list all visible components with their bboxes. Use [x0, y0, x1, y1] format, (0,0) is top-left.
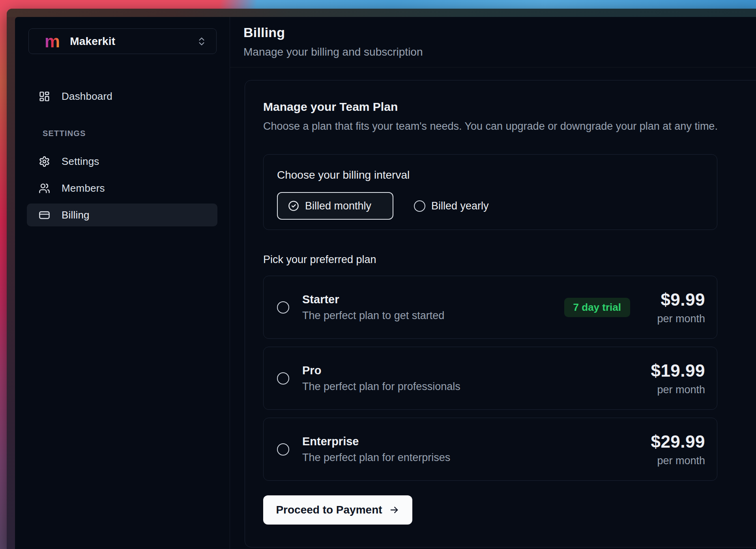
sidebar-item-dashboard[interactable]: Dashboard [27, 85, 217, 108]
trial-badge: 7 day trial [564, 298, 630, 317]
plan-description: The perfect plan to get started [302, 310, 444, 322]
sidebar-item-label: Settings [62, 155, 99, 168]
proceed-to-payment-button[interactable]: Proceed to Payment [263, 495, 412, 525]
workspace-selector[interactable]: m Makerkit [28, 28, 217, 54]
radio-unselected-icon[interactable] [277, 443, 289, 456]
plan-price-block: $29.99 per month [650, 432, 705, 467]
plan-price: $9.99 [650, 290, 705, 310]
plan-card-description: Choose a plan that fits your team's need… [263, 120, 756, 133]
users-icon [39, 183, 50, 194]
plan-text: Starter The perfect plan to get started [302, 293, 444, 322]
radio-unselected-icon [414, 200, 425, 212]
plan-row-starter[interactable]: Starter The perfect plan to get started … [263, 276, 717, 339]
app-root: m Makerkit Dashboard [15, 17, 756, 549]
billed-yearly-label: Billed yearly [431, 200, 489, 212]
sidebar-item-members[interactable]: Members [27, 177, 217, 200]
sidebar-item-billing[interactable]: Billing [27, 204, 217, 226]
plan-name: Starter [302, 293, 444, 306]
plan-name: Enterprise [302, 435, 450, 448]
team-plan-card: Manage your Team Plan Choose a plan that… [245, 80, 756, 547]
credit-card-icon [39, 209, 50, 221]
plan-description: The perfect plan for professionals [302, 381, 460, 393]
sidebar-section-settings: SETTINGS [43, 129, 230, 138]
chevron-up-down-icon [196, 36, 207, 47]
plan-name: Pro [302, 364, 460, 377]
header-divider [230, 67, 756, 67]
billing-interval-options: Billed monthly Billed yearly [277, 192, 717, 220]
workspace-name: Makerkit [70, 35, 196, 48]
plan-row-pro[interactable]: Pro The perfect plan for professionals $… [263, 347, 717, 410]
plan-period: per month [650, 384, 705, 396]
page-subtitle: Manage your billing and subscription [243, 46, 756, 58]
plan-text: Enterprise The perfect plan for enterpri… [302, 435, 450, 464]
makerkit-logo: m [45, 35, 60, 47]
app-window: m Makerkit Dashboard [7, 9, 756, 549]
proceed-to-payment-label: Proceed to Payment [276, 504, 382, 516]
sidebar-item-settings[interactable]: Settings [27, 150, 217, 173]
billed-monthly-label: Billed monthly [305, 200, 371, 212]
plan-period: per month [650, 313, 705, 325]
plan-card-title: Manage your Team Plan [263, 100, 756, 114]
plan-period: per month [650, 455, 705, 467]
plan-price-block: $9.99 per month [650, 290, 705, 325]
gear-icon [39, 156, 50, 167]
radio-unselected-icon[interactable] [277, 372, 289, 385]
sidebar-item-label: Members [62, 182, 105, 194]
plan-row-enterprise[interactable]: Enterprise The perfect plan for enterpri… [263, 418, 717, 481]
plans-label: Pick your preferred plan [263, 254, 756, 266]
window-titlebar [7, 9, 756, 17]
billed-monthly-option[interactable]: Billed monthly [277, 192, 393, 220]
billing-interval-box: Choose your billing interval Billed mont… [263, 154, 717, 230]
arrow-right-icon [389, 504, 400, 515]
sidebar: m Makerkit Dashboard [15, 17, 230, 549]
radio-unselected-icon[interactable] [277, 301, 289, 314]
sidebar-settings-group: Settings Members [15, 150, 230, 226]
plans-list: Starter The perfect plan to get started … [263, 276, 756, 481]
sidebar-item-label: Billing [62, 209, 90, 221]
plan-price: $19.99 [650, 361, 705, 381]
sidebar-nav: Dashboard SETTINGS Settings [15, 85, 230, 226]
sidebar-item-label: Dashboard [62, 90, 112, 103]
plan-price-block: $19.99 per month [650, 361, 705, 396]
billing-interval-label: Choose your billing interval [277, 169, 717, 181]
plan-description: The perfect plan for enterprises [302, 452, 450, 464]
check-circle-icon [288, 200, 299, 211]
plan-price: $29.99 [650, 432, 705, 452]
page-title: Billing [243, 25, 756, 40]
plan-text: Pro The perfect plan for professionals [302, 364, 460, 393]
main-content: Billing Manage your billing and subscrip… [230, 17, 756, 549]
billed-yearly-option[interactable]: Billed yearly [414, 200, 489, 212]
dashboard-icon [39, 91, 50, 102]
